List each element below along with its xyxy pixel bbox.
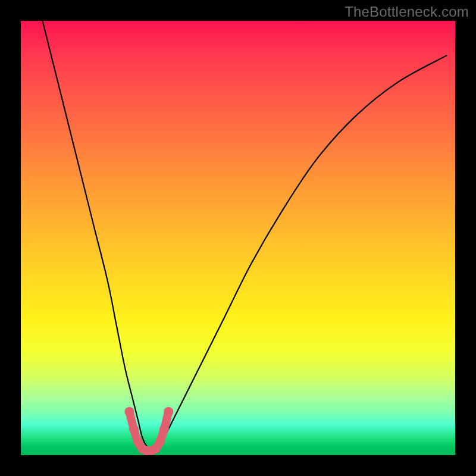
highlight-dot	[164, 407, 173, 416]
chart-plot-area	[21, 21, 455, 455]
bottleneck-curve-path	[43, 21, 447, 452]
highlight-dots	[125, 407, 174, 455]
highlight-dot	[129, 424, 139, 434]
highlight-dot	[125, 407, 134, 416]
highlight-dot	[159, 424, 169, 434]
watermark-text: TheBottleneck.com	[345, 4, 469, 20]
highlight-dot	[155, 437, 165, 447]
bottleneck-curve-svg	[21, 21, 455, 455]
